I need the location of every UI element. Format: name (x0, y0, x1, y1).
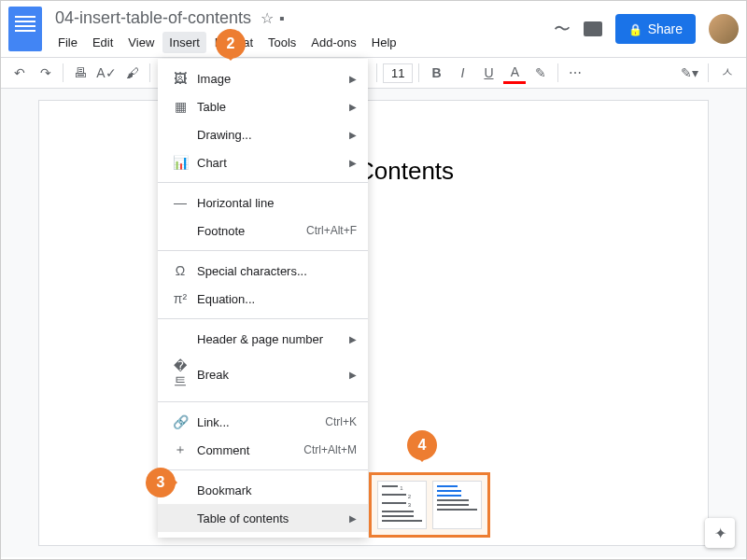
star-icon[interactable]: ☆ (261, 9, 274, 27)
menubar: FileEditViewInsertFormatToolsAdd-onsHelp (51, 32, 554, 53)
docs-logo-icon[interactable] (8, 7, 42, 51)
move-folder-icon[interactable]: ▪ (279, 10, 285, 27)
insert-table[interactable]: ▦Table▶ (158, 92, 368, 120)
menu-item-icon: 📊 (169, 155, 191, 170)
chevron-right-icon: ▶ (349, 102, 357, 112)
callout-3: 3 (146, 468, 176, 497)
page-heading: Contents (357, 157, 633, 186)
insert-equation-[interactable]: π²Equation... (158, 285, 368, 313)
menu-item-icon: 🔗 (169, 414, 191, 429)
callout-2: 2 (216, 29, 246, 59)
activity-icon[interactable]: 〜 (554, 18, 571, 40)
font-size-input[interactable]: 11 (383, 63, 413, 83)
menu-item-icon: 🖼 (169, 71, 191, 86)
toc-option-links[interactable] (432, 481, 482, 529)
toc-submenu: 1 2 3 (369, 472, 490, 538)
menu-file[interactable]: File (51, 32, 84, 53)
menu-add-ons[interactable]: Add-ons (304, 32, 362, 53)
insert-menu-dropdown: 🖼Image▶▦Table▶Drawing...▶📊Chart▶—Horizon… (158, 59, 368, 538)
insert-header-page-number[interactable]: Header & page number▶ (158, 325, 368, 353)
underline-icon[interactable]: U (477, 62, 500, 84)
insert-image[interactable]: 🖼Image▶ (158, 64, 368, 92)
lock-icon (628, 21, 642, 36)
chevron-up-icon[interactable]: ㅅ (716, 62, 739, 84)
insert-table-of-contents[interactable]: Table of contents▶ (158, 504, 368, 532)
menu-edit[interactable]: Edit (86, 32, 120, 53)
user-avatar[interactable] (709, 14, 739, 44)
explore-button[interactable]: ✦ (705, 518, 735, 548)
menu-item-icon: �트 (169, 358, 191, 390)
chevron-right-icon: ▶ (349, 130, 357, 140)
paint-format-icon[interactable]: 🖌 (121, 62, 144, 84)
insert-bookmark[interactable]: Bookmark (158, 476, 368, 504)
document-title[interactable]: 04-insert-table-of-contents (51, 7, 255, 30)
highlight-icon[interactable]: ✎ (529, 62, 552, 84)
chevron-right-icon: ▶ (349, 158, 357, 168)
insert-horizontal-line[interactable]: —Horizontal line (158, 189, 368, 217)
comments-icon[interactable] (584, 21, 602, 36)
menu-help[interactable]: Help (365, 32, 403, 53)
insert-drawing-[interactable]: Drawing...▶ (158, 120, 368, 148)
chevron-right-icon: ▶ (349, 334, 357, 344)
print-icon[interactable]: 🖶 (69, 62, 92, 84)
chevron-right-icon: ▶ (349, 74, 357, 84)
menu-item-icon: ▦ (169, 99, 191, 114)
menu-item-icon: π² (169, 291, 191, 306)
share-button[interactable]: Share (615, 14, 696, 44)
spellcheck-icon[interactable]: A✓ (95, 62, 118, 84)
bold-icon[interactable]: B (425, 62, 447, 84)
toolbar: ↶ ↷ 🖶 A✓ 🖌 11 B I U A ✎ ⋯ ✎▾ ㅅ (1, 57, 746, 89)
redo-icon[interactable]: ↷ (35, 62, 57, 84)
menu-item-icon: — (169, 195, 191, 210)
menu-insert[interactable]: Insert (162, 32, 206, 53)
menu-item-icon: Ω (169, 263, 191, 278)
menu-item-icon: ＋ (169, 441, 191, 458)
italic-icon[interactable]: I (451, 62, 473, 84)
insert-chart[interactable]: 📊Chart▶ (158, 148, 368, 176)
insert-comment[interactable]: ＋CommentCtrl+Alt+M (158, 436, 368, 464)
chevron-right-icon: ▶ (349, 370, 357, 380)
menu-view[interactable]: View (121, 32, 161, 53)
more-icon[interactable]: ⋯ (564, 62, 586, 84)
menu-tools[interactable]: Tools (261, 32, 303, 53)
insert-break[interactable]: �트Break▶ (158, 353, 368, 396)
editing-mode-icon[interactable]: ✎▾ (678, 62, 700, 84)
text-color-icon[interactable]: A (503, 62, 526, 84)
callout-4: 4 (407, 430, 437, 460)
toc-option-numbered[interactable]: 1 2 3 (377, 481, 427, 529)
chevron-right-icon: ▶ (349, 513, 357, 524)
undo-icon[interactable]: ↶ (8, 62, 31, 84)
insert-footnote[interactable]: FootnoteCtrl+Alt+F (158, 217, 368, 245)
insert-link-[interactable]: 🔗Link...Ctrl+K (158, 408, 368, 436)
share-label: Share (648, 21, 683, 36)
insert-special-characters-[interactable]: ΩSpecial characters... (158, 257, 368, 285)
